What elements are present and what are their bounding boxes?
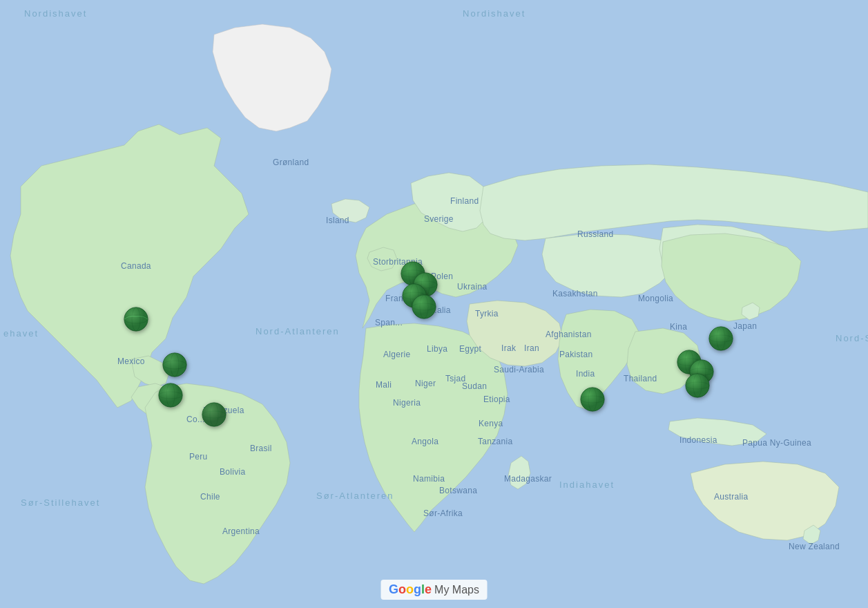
svg-point-48 xyxy=(686,374,709,397)
svg-point-32 xyxy=(412,295,436,319)
marker-china-east[interactable] xyxy=(708,326,733,351)
mymaps-label: My Maps xyxy=(434,584,479,596)
marker-europe-4[interactable] xyxy=(412,294,436,319)
svg-point-4 xyxy=(124,307,148,331)
google-mymaps-footer: Google My Maps xyxy=(380,580,488,600)
svg-point-8 xyxy=(163,353,186,377)
svg-point-16 xyxy=(202,403,226,426)
marker-se-asia-3[interactable] xyxy=(685,373,710,398)
map-container[interactable]: Nordishavet Nordishavet Nord-Atlanteren … xyxy=(0,0,868,608)
marker-venezuela[interactable] xyxy=(202,402,226,427)
marker-central-america[interactable] xyxy=(162,352,187,377)
svg-point-36 xyxy=(581,388,604,411)
marker-india-south[interactable] xyxy=(580,387,605,412)
google-logo-text: Google xyxy=(389,582,432,597)
marker-colombia[interactable] xyxy=(158,383,183,408)
svg-point-52 xyxy=(709,327,733,350)
marker-usa[interactable] xyxy=(124,307,148,332)
svg-point-12 xyxy=(159,383,182,407)
